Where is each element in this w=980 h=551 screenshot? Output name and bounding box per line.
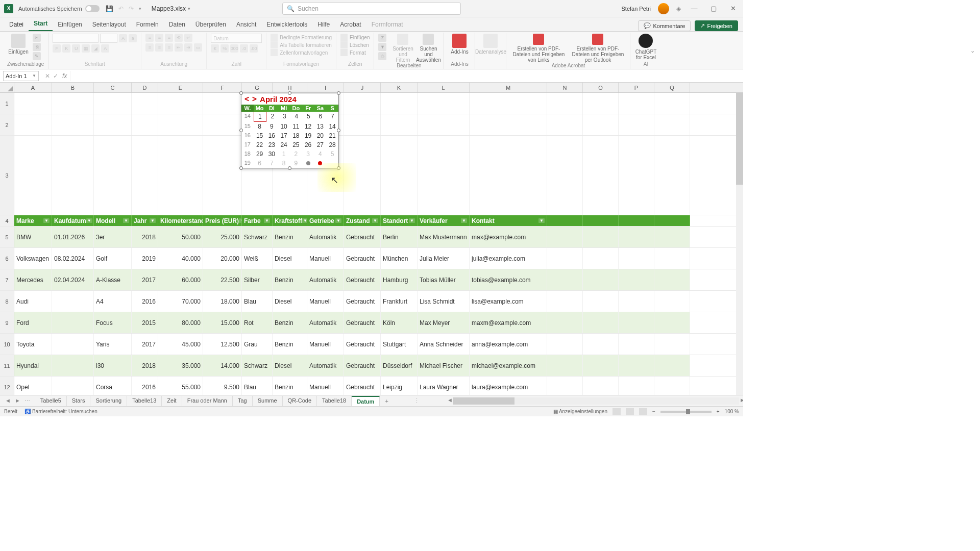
cell[interactable] [203,93,242,114]
chatgpt-button[interactable]: ChatGPT for Excel [634,34,657,60]
table-cell[interactable]: julia@example.com [470,248,547,269]
sheet-tab[interactable]: Tabelle18 [317,396,352,406]
table-cell[interactable]: Corsa [94,377,132,395]
save-icon[interactable]: 💾 [106,5,113,12]
calendar-day[interactable]: 29 [254,149,266,159]
table-header[interactable]: Farbe▼ [242,215,273,226]
table-cell[interactable]: Blau [242,291,273,312]
table-cell[interactable]: Max Mustermann [418,227,470,247]
column-header[interactable]: E [158,83,203,92]
table-cell[interactable]: Focus [94,312,132,333]
cancel-icon[interactable]: ✕ [45,72,50,80]
fill-color-icon[interactable]: ◢ [91,44,100,53]
table-cell[interactable]: Blau [242,377,273,395]
tab-einfuegen[interactable]: Einfügen [53,18,87,31]
table-header[interactable]: Marke▼ [14,215,52,226]
table-cell[interactable]: Hamburg [381,269,418,290]
toggle-icon[interactable] [85,5,100,12]
cell[interactable] [52,114,94,135]
comments-button[interactable]: 💬Kommentare [638,20,691,31]
addins-button[interactable]: Add-Ins [448,34,471,55]
calendar-day[interactable]: 16 [266,131,278,140]
calendar-day[interactable]: 2 [266,112,279,122]
copy-icon[interactable]: ⎘ [33,43,41,51]
table-cell[interactable]: Hyundai [14,355,52,376]
cell[interactable] [52,136,94,215]
table-cell[interactable]: Gebraucht [344,355,381,376]
table-cell[interactable]: Gebraucht [344,269,381,290]
table-cell[interactable]: Automatik [307,355,344,376]
cell[interactable] [583,355,619,376]
align-center-icon[interactable]: ≡ [155,43,163,52]
table-cell[interactable]: 12.500 [203,334,242,355]
table-cell[interactable]: Diesel [273,291,307,312]
cell[interactable] [654,93,690,114]
table-cell[interactable]: 25.000 [203,227,242,247]
qat-dropdown-icon[interactable]: ▾ [139,6,141,11]
border-icon[interactable]: ▦ [82,44,90,53]
cell[interactable] [344,136,381,215]
column-header[interactable]: K [381,83,418,92]
table-cell[interactable]: Gebraucht [344,377,381,395]
align-mid-icon[interactable]: ≡ [155,34,163,42]
resize-handle[interactable] [337,129,340,132]
table-cell[interactable]: 40.000 [158,248,203,269]
column-header[interactable]: O [583,83,619,92]
cell[interactable] [547,355,583,376]
table-cell[interactable]: Benzin [273,377,307,395]
table-header[interactable]: Jahr▼ [132,215,158,226]
cell[interactable] [94,114,132,135]
tab-formeln[interactable]: Formeln [131,18,164,31]
table-cell[interactable]: 02.04.2024 [52,269,94,290]
increase-font-icon[interactable]: A [119,34,127,42]
calendar-day[interactable]: 3 [302,149,314,159]
resize-handle[interactable] [239,166,243,170]
cell[interactable] [583,334,619,355]
table-cell[interactable]: Michael Fischer [418,355,470,376]
table-cell[interactable]: A-Klasse [94,269,132,290]
row-header[interactable]: 6 [0,248,14,269]
table-cell[interactable]: 2016 [132,291,158,312]
paste-button[interactable]: Einfügen [7,34,30,55]
table-cell[interactable]: Laura Wagner [418,377,470,395]
sheet-tab[interactable]: Zeit [162,396,182,406]
resize-handle[interactable] [337,166,340,170]
avatar[interactable] [658,3,669,14]
table-cell[interactable]: max@example.com [470,227,547,247]
column-header[interactable]: N [547,83,583,92]
column-header[interactable]: D [132,83,158,92]
row-header[interactable]: 2 [0,114,14,135]
calendar-day[interactable]: 21 [326,131,338,140]
spreadsheet-grid[interactable]: ABCDEFGHIJKLMNOPQ 1234Marke▼Kaufdatum▼Mo… [0,83,743,395]
pdf-outlook-button[interactable]: Erstellen von PDF-Dateien und Freigeben … [570,34,626,63]
cell[interactable] [654,269,690,290]
cell[interactable] [547,334,583,355]
calendar-day[interactable]: 17 [278,131,290,140]
calendar-day[interactable]: 5 [326,149,338,159]
row-header[interactable]: 11 [0,355,14,376]
tab-ansicht[interactable]: Ansicht [231,18,261,31]
table-header[interactable]: Kraftstoff▼ [273,215,307,226]
cell[interactable] [583,93,619,114]
table-cell[interactable]: 3er [94,227,132,247]
cell[interactable] [14,114,52,135]
calendar-day[interactable] [302,159,314,168]
minimize-button[interactable]: — [688,5,700,12]
format-painter-icon[interactable]: ✎ [33,52,41,60]
table-cell[interactable]: 15.000 [203,312,242,333]
table-cell[interactable]: 14.000 [203,355,242,376]
table-cell[interactable]: Stuttgart [381,334,418,355]
number-format-select[interactable] [211,34,262,43]
cell[interactable] [583,312,619,333]
wrap-icon[interactable]: ↵ [184,34,192,42]
filter-dropdown-icon[interactable]: ▼ [123,218,129,223]
filter-dropdown-icon[interactable]: ▼ [409,218,415,223]
table-cell[interactable] [52,377,94,395]
filter-dropdown-icon[interactable]: ▼ [461,218,467,223]
calendar-day[interactable]: 8 [254,122,266,131]
table-cell[interactable]: A4 [94,291,132,312]
row-header[interactable]: 9 [0,312,14,333]
column-header[interactable]: Q [654,83,690,92]
enter-icon[interactable]: ✓ [53,72,58,80]
row-header[interactable]: 12 [0,377,14,395]
